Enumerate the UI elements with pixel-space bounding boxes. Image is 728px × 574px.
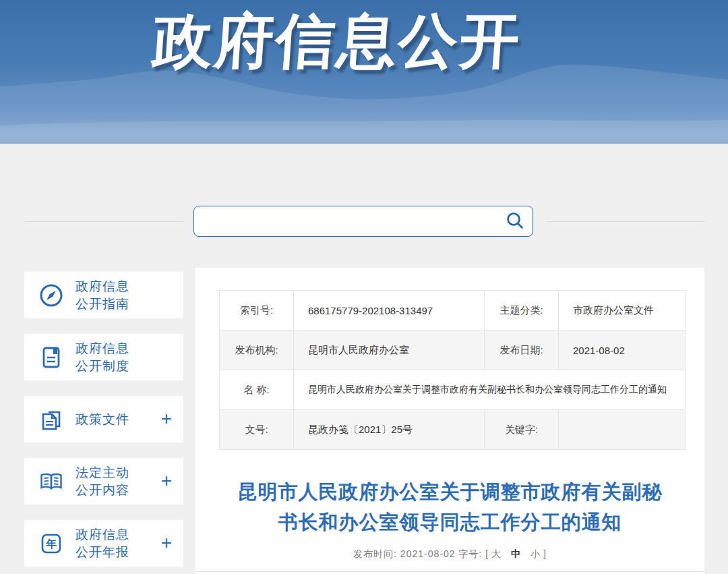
page-title: 政府信息公开	[0, 1, 677, 82]
sidebar-item-system[interactable]: 政府信息 公开制度	[24, 334, 183, 380]
field-label-pubdate: 发布日期:	[485, 331, 559, 370]
sidebar-item-guide[interactable]: 政府信息 公开指南	[24, 272, 183, 318]
sidebar-item-label: 政策文件	[75, 411, 129, 428]
sidebar-item-label: 政府信息 公开年报	[75, 526, 129, 561]
field-value-keywords	[559, 410, 686, 450]
open-book-icon	[38, 469, 64, 494]
field-value-pubdate: 2021-08-02	[559, 331, 686, 370]
document-metadata-table: 索引号: 686175779-202108-313497 主题分类: 市政府办公…	[219, 290, 686, 450]
search-bar	[193, 206, 533, 237]
table-row: 名 称: 昆明市人民政府办公室关于调整市政府有关副秘书长和办公室领导同志工作分工…	[220, 370, 686, 410]
search-button[interactable]	[497, 206, 533, 236]
search-input[interactable]	[194, 206, 497, 236]
sidebar-item-mandatory-disclosure[interactable]: 法定主动 公开内容 +	[24, 458, 183, 505]
field-label-docnumber: 文号:	[220, 410, 294, 450]
expand-plus-icon[interactable]: +	[161, 471, 172, 490]
field-label-agency: 发布机构:	[220, 331, 294, 370]
fontsize-label: 字号:	[455, 548, 485, 559]
field-value-index: 686175779-202108-313497	[294, 291, 485, 331]
field-label-keywords: 关键字:	[485, 410, 559, 450]
field-label-category: 主题分类:	[485, 291, 559, 331]
bracket-close: ]	[543, 548, 547, 559]
document-icon	[38, 345, 64, 370]
meta-divider	[195, 571, 704, 572]
divider-left	[24, 221, 183, 222]
sidebar: 政府信息 公开指南 政府信息 公开制度	[24, 272, 183, 574]
field-value-docnumber: 昆政办笺〔2021〕25号	[294, 410, 485, 450]
sidebar-item-annual-report[interactable]: 年 政府信息 公开年报 +	[24, 520, 183, 567]
field-label-index: 索引号:	[220, 291, 294, 331]
search-icon	[505, 211, 525, 231]
publish-time-value: 2021-08-02	[400, 548, 456, 559]
table-row: 发布机构: 昆明市人民政府办公室 发布日期: 2021-08-02	[220, 331, 686, 370]
table-row: 文号: 昆政办笺〔2021〕25号 关键字:	[220, 410, 686, 450]
expand-plus-icon[interactable]: +	[161, 533, 172, 552]
sidebar-item-label: 政府信息 公开制度	[75, 340, 129, 375]
field-value-agency: 昆明市人民政府办公室	[294, 331, 485, 370]
divider-right	[546, 221, 705, 222]
sidebar-item-policy-files[interactable]: 政策文件 +	[24, 396, 183, 442]
fontsize-medium-button[interactable]: 中	[508, 548, 524, 559]
annual-report-icon: 年	[38, 531, 64, 556]
sidebar-item-label: 政府信息 公开指南	[75, 278, 129, 313]
field-value-category: 市政府办公室文件	[559, 291, 686, 331]
field-value-name: 昆明市人民政府办公室关于调整市政府有关副秘书长和办公室领导同志工作分工的通知	[294, 370, 686, 410]
expand-plus-icon[interactable]: +	[161, 409, 172, 428]
files-icon	[38, 407, 64, 432]
field-label-name: 名 称:	[220, 370, 294, 410]
article-title: 昆明市人民政府办公室关于调整市政府有关副秘 书长和办公室领导同志工作分工的通知	[195, 477, 704, 538]
table-row: 索引号: 686175779-202108-313497 主题分类: 市政府办公…	[220, 291, 686, 331]
publish-time-label: 发布时间:	[353, 548, 400, 559]
svg-text:年: 年	[45, 538, 57, 550]
fontsize-large-button[interactable]: 大	[489, 548, 504, 559]
article-meta: 发布时间: 2021-08-02 字号: [大中小]	[195, 548, 704, 561]
sidebar-item-label: 法定主动 公开内容	[75, 464, 129, 499]
banner: 政府信息公开	[0, 0, 728, 144]
compass-icon	[38, 283, 64, 308]
fontsize-small-button[interactable]: 小	[528, 548, 543, 559]
main-content-panel: 索引号: 686175779-202108-313497 主题分类: 市政府办公…	[195, 268, 704, 574]
